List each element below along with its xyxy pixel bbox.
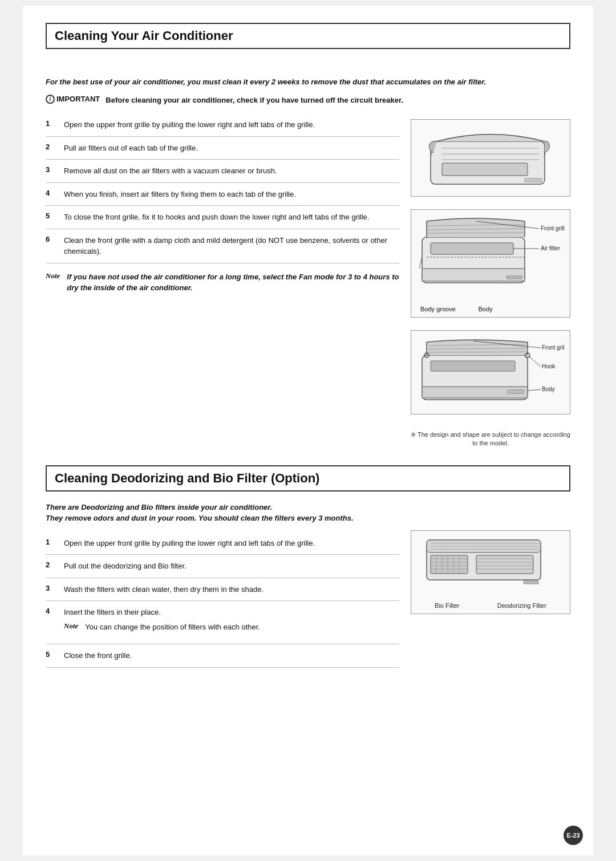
diagram-3-svg: Front grille Hook Body [416, 335, 565, 409]
steps-column: 1 Open the upper front grille by pulling… [46, 113, 399, 448]
sec2-note-text: You can change the position of filters w… [85, 622, 260, 633]
sec2-step-1-num: 1 [46, 538, 56, 546]
label-body-groove: Body groove [420, 306, 456, 312]
step-4-num: 4 [46, 189, 56, 197]
svg-text:Hook: Hook [542, 363, 556, 369]
section2-title: Cleaning Deodorizing and Bio Filter (Opt… [46, 465, 570, 492]
section2-main-layout: There are Deodorizing and Bio filters in… [46, 502, 570, 668]
sec2-step-3-text: Wash the filters with clean water, then … [64, 584, 264, 595]
section1-title: Cleaning Your Air Conditioner [46, 23, 570, 49]
sec2-step-2-text: Pull out the deodorizing and Bio filter. [64, 561, 187, 572]
svg-line-34 [528, 389, 541, 391]
sec2-step-5-text: Close the front grille. [64, 650, 132, 661]
svg-rect-12 [431, 243, 513, 254]
step-5-num: 5 [46, 212, 56, 220]
sec2-step-1: 1 Open the upper front grille by pulling… [46, 532, 399, 555]
sec2-step-3: 3 Wash the filters with clean water, the… [46, 578, 399, 602]
step-3-text: Remove all dust on the air filters with … [64, 165, 277, 177]
step-6-text: Clean the front grille with a damp cloth… [64, 235, 399, 257]
filter-diagram: Bio Filter Deodorizing Filter [411, 530, 570, 614]
sec2-step-5: 5 Close the front grille. [46, 644, 399, 668]
step-4: 4 When you finish, insert air filters by… [46, 183, 399, 206]
svg-rect-51 [476, 555, 533, 574]
step-6: 6 Clean the front grille with a damp clo… [46, 229, 399, 263]
page-number: E-23 [564, 826, 583, 845]
step-1: 1 Open the upper front grille by pulling… [46, 113, 399, 137]
diagram-1-sketch [411, 120, 570, 196]
page: Cleaning Your Air Conditioner For the be… [23, 6, 593, 855]
sec2-step-3-num: 3 [46, 584, 56, 592]
diagram-3: Front grille Hook Body [411, 330, 570, 415]
step-1-text: Open the upper front grille by pulling t… [64, 119, 315, 131]
sec2-note-label: Note [64, 622, 78, 631]
section2-content: There are Deodorizing and Bio filters in… [46, 502, 570, 668]
important-icon: i [46, 95, 55, 104]
diagram-3-sketch: Front grille Hook Body [411, 331, 570, 414]
svg-text:Front grille: Front grille [542, 344, 565, 351]
svg-text:Front grille: Front grille [541, 225, 565, 232]
step-3: 3 Remove all dust on the air filters wit… [46, 160, 399, 183]
svg-text:Body: Body [542, 386, 555, 392]
note-row: Note If you have not used the air condit… [46, 271, 399, 294]
diagram-2-svg: Front grille Air filter [416, 214, 565, 299]
section2-intro: There are Deodorizing and Bio filters in… [46, 502, 399, 524]
filter-labels: Bio Filter Deodorizing Filter [411, 600, 570, 614]
svg-rect-7 [525, 178, 542, 182]
svg-rect-29 [508, 390, 524, 393]
sec2-step-2: 2 Pull out the deodorizing and Bio filte… [46, 555, 399, 578]
step-5-text: To close the front grille, fix it to hoo… [64, 212, 369, 223]
svg-rect-6 [442, 163, 528, 176]
step-5: 5 To close the front grille, fix it to h… [46, 206, 399, 229]
note-text: If you have not used the air conditioner… [67, 271, 399, 294]
section1-intro: For the best use of your air conditioner… [46, 76, 570, 88]
svg-line-32 [528, 355, 541, 367]
diagram-2-labels: Body groove Body [411, 303, 570, 317]
sec2-step-2-num: 2 [46, 561, 56, 569]
diagram-2: Front grille Air filter Body groove Body [411, 209, 570, 318]
step-2-text: Pull air filters out of each tab of the … [64, 143, 198, 154]
svg-rect-25 [431, 361, 515, 371]
diagram-2-sketch: Front grille Air filter [411, 210, 570, 303]
sec2-step-5-num: 5 [46, 650, 56, 659]
step-6-num: 6 [46, 235, 56, 243]
svg-rect-15 [506, 276, 522, 279]
important-row: i IMPORTANT Before cleaning your air con… [46, 95, 570, 106]
sec2-step-4-text: Insert the filters in their place. [64, 607, 260, 618]
diagram-1-svg [425, 124, 556, 192]
step-4-text: When you finish, insert air filters by f… [64, 189, 296, 200]
label-body: Body [479, 306, 493, 312]
svg-rect-14 [422, 269, 525, 281]
step-1-num: 1 [46, 119, 56, 128]
filter-diagram-sketch [411, 531, 570, 600]
step-2-num: 2 [46, 143, 56, 151]
section2-right: Bio Filter Deodorizing Filter [411, 502, 570, 668]
svg-text:Air filter: Air filter [541, 245, 561, 251]
diagram-1 [411, 119, 570, 197]
sec2-step-1-text: Open the upper front grille by pulling t… [64, 538, 315, 549]
step-2: 2 Pull air filters out of each tab of th… [46, 137, 399, 160]
diagrams-column: Front grille Air filter Body groove Body [411, 113, 570, 448]
main-layout: 1 Open the upper front grille by pulling… [46, 113, 570, 448]
filter-diagram-svg [422, 535, 559, 595]
deodorizing-filter-label: Deodorizing Filter [497, 602, 546, 609]
note-label: Note [46, 271, 60, 281]
important-text: Before cleaning your air conditioner, ch… [106, 95, 403, 106]
design-note: ※ The design and shape are subject to ch… [411, 431, 570, 448]
step-3-num: 3 [46, 165, 56, 174]
sec2-step-4-num: 4 [46, 607, 56, 615]
svg-rect-56 [524, 581, 538, 584]
sec2-step-4: 4 Insert the filters in their place. Not… [46, 601, 399, 644]
important-label: i IMPORTANT [46, 95, 100, 104]
bio-filter-label: Bio Filter [435, 602, 459, 609]
section2-left: There are Deodorizing and Bio filters in… [46, 502, 399, 668]
sec2-step4-note: Note You can change the position of filt… [64, 622, 260, 633]
